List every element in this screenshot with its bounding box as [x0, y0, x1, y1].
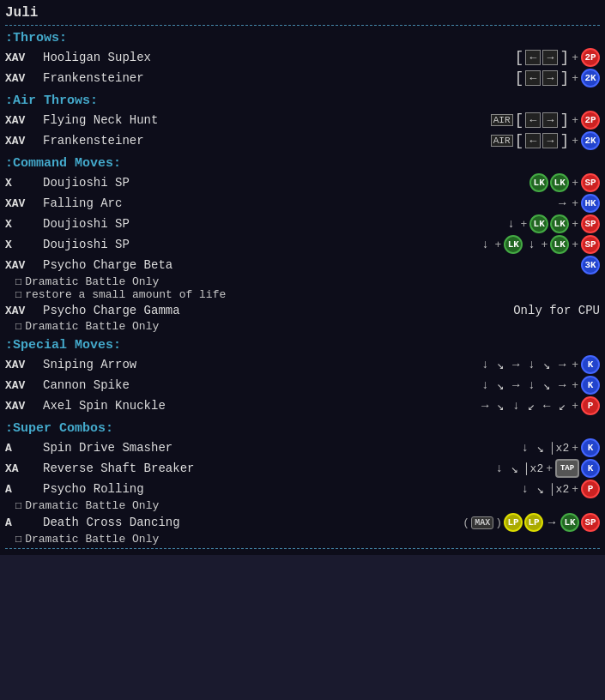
bullet: □ — [15, 276, 21, 288]
btn-3k: 3K — [581, 256, 600, 275]
move-tag: XAV — [5, 305, 38, 317]
move-name: Hooligan Suplex — [43, 51, 151, 64]
arrow-right: → — [509, 358, 523, 371]
move-left: X Doujioshi SP — [5, 217, 130, 231]
arrow-down: ↓ — [524, 238, 538, 251]
btn-k: K — [581, 376, 600, 395]
note-text: Dramatic Battle Only — [25, 275, 159, 288]
air-throws-header: :Air Throws: — [5, 94, 600, 108]
plus: + — [520, 218, 527, 231]
btn-2k: 2K — [581, 131, 600, 150]
table-row: A Spin Drive Smasher ↓ ↘ │x2 + K — [5, 438, 600, 458]
move-inputs: 3K — [581, 256, 600, 275]
air-label: AIR — [491, 114, 513, 126]
arrow-se: ↘ — [540, 358, 554, 371]
btn-lp: LP — [504, 513, 523, 532]
arrow-right: → — [555, 358, 569, 371]
note-text: Dramatic Battle Only — [25, 499, 159, 512]
plus: + — [572, 442, 578, 455]
btn-lk: LK — [560, 513, 579, 532]
bracket-open: [ — [515, 112, 524, 129]
arrow-down: ↓ — [478, 358, 492, 371]
table-row: A Psycho Rolling ↓ ↘ │x2 + P — [5, 479, 600, 499]
btn-sp: SP — [581, 235, 600, 254]
move-left: XAV Frankensteiner — [5, 71, 144, 85]
btn-lk: LK — [550, 214, 569, 233]
x2-label: │x2 — [523, 462, 543, 475]
table-row: XA Reverse Shaft Breaker ↓ ↘ │x2 + TAP K — [5, 458, 600, 479]
plus: + — [541, 238, 548, 251]
move-left: XAV Hooligan Suplex — [5, 51, 151, 64]
btn-2p: 2P — [581, 48, 600, 67]
plus: + — [572, 218, 578, 231]
move-tag: XAV — [5, 135, 38, 148]
move-tag: XAV — [5, 51, 38, 64]
arrow-down: ↓ — [524, 378, 538, 392]
move-name: Frankensteiner — [43, 71, 144, 85]
btn-lk: LK — [550, 173, 569, 192]
arrow-se: ↘ — [540, 378, 554, 392]
bullet: □ — [15, 534, 21, 546]
bracket-open: [ — [515, 69, 524, 87]
move-tag: X — [5, 177, 38, 190]
bracket-close: ] — [560, 132, 569, 149]
move-inputs: ↓ + LK ↓ + LK + SP — [479, 235, 600, 254]
move-name: Psycho Charge Gamma — [43, 304, 180, 317]
move-left: XAV Frankensteiner — [5, 134, 144, 148]
plus: + — [546, 462, 553, 475]
table-row: XAV Frankensteiner [ ← → ] + 2K — [5, 68, 600, 88]
arrow-right: → — [555, 196, 569, 210]
move-tag: A — [5, 516, 38, 529]
btn-k: K — [581, 355, 600, 374]
move-inputs: Only for CPU — [505, 304, 600, 317]
move-name: Psycho Rolling — [43, 482, 144, 496]
move-left: XAV Psycho Charge Beta — [5, 258, 172, 272]
move-name: Falling Arc — [43, 196, 122, 210]
move-name: Doujioshi SP — [43, 217, 130, 231]
plus: + — [572, 483, 578, 496]
move-inputs: [ ← → ] + 2P — [515, 48, 600, 67]
move-name: Flying Neck Hunt — [43, 113, 158, 127]
note-row: □ Dramatic Battle Only — [5, 320, 600, 333]
arrow-se: ↘ — [493, 378, 507, 392]
plus: + — [572, 135, 578, 148]
throws-header: :Throws: — [5, 31, 600, 45]
max-badge: MAX — [471, 516, 493, 529]
move-left: XAV Axel Spin Knuckle — [5, 399, 166, 413]
btn-lp: LP — [524, 513, 543, 532]
bullet: □ — [15, 500, 21, 512]
main-page: Juli :Throws: XAV Hooligan Suplex [ ← → … — [0, 0, 605, 555]
arrow-left: ← — [525, 50, 541, 65]
move-tag: XAV — [5, 197, 38, 210]
table-row: A Death Cross Dancing ( MAX ) LP LP → LK… — [5, 512, 600, 533]
arrow-sw: ↙ — [524, 399, 538, 413]
super-combos-header: :Super Combos: — [5, 421, 600, 436]
note-text: restore a small amount of life — [25, 288, 226, 301]
arrow-right: → — [542, 50, 558, 65]
move-left: XAV Falling Arc — [5, 196, 122, 210]
table-row: XAV Sniping Arrow ↓ ↘ → ↓ ↘ → + K — [5, 354, 600, 375]
table-row: X Doujioshi SP LK LK + SP — [5, 172, 600, 193]
move-inputs: LK LK + SP — [529, 173, 600, 192]
btn-sp: SP — [581, 513, 600, 532]
arrow-down: ↓ — [478, 378, 492, 392]
btn-lk: LK — [529, 173, 548, 192]
note-row: □ Dramatic Battle Only — [5, 275, 600, 288]
plus: + — [572, 114, 578, 127]
note-text: Dramatic Battle Only — [25, 533, 159, 546]
move-inputs: → ↘ ↓ ↙ ← ↙ + P — [478, 396, 600, 415]
table-row: XAV Psycho Charge Gamma Only for CPU — [5, 301, 600, 320]
bracket-close: ] — [560, 49, 569, 66]
top-divider — [5, 25, 600, 26]
command-moves-header: :Command Moves: — [5, 156, 600, 171]
move-name: Frankensteiner — [43, 134, 144, 148]
paren-open: ( — [463, 516, 469, 529]
move-left: A Death Cross Dancing — [5, 516, 180, 529]
move-left: A Spin Drive Smasher — [5, 441, 172, 455]
cpu-only-label: Only for CPU — [513, 304, 600, 317]
arrow-right: → — [478, 399, 492, 413]
move-inputs: ( MAX ) LP LP → LK SP — [463, 513, 600, 532]
note-row: □ Dramatic Battle Only — [5, 499, 600, 512]
table-row: X Doujioshi SP ↓ + LK ↓ + LK + SP — [5, 234, 600, 255]
table-row: XAV Axel Spin Knuckle → ↘ ↓ ↙ ← ↙ + P — [5, 395, 600, 416]
